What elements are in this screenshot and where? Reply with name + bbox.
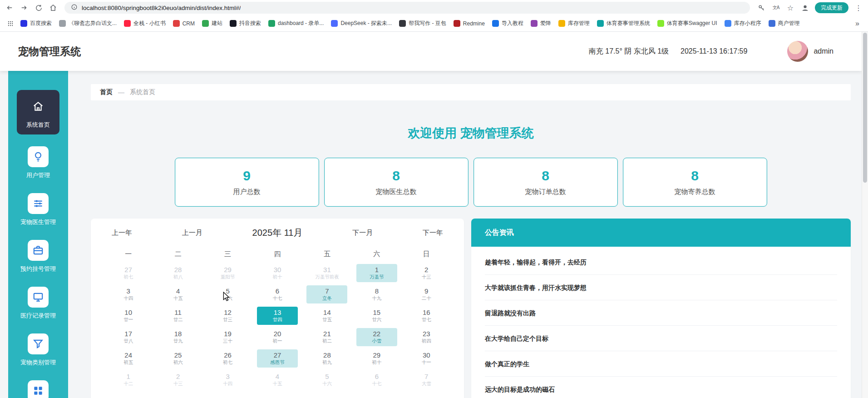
prev-month-button[interactable]: 上一月 — [182, 229, 202, 237]
update-button[interactable]: 完成更新 — [815, 2, 848, 13]
calendar-day[interactable]: 23 初四 — [406, 328, 447, 346]
day-number: 22 — [356, 330, 397, 338]
calendar-day[interactable]: 27 感恩节 — [257, 349, 298, 368]
calendar-day[interactable]: 20 初一 — [257, 328, 298, 346]
calendar-day[interactable]: 29 初十 — [356, 349, 397, 368]
reload-button[interactable] — [32, 1, 45, 15]
sidebar-item-more[interactable] — [28, 380, 49, 398]
sidebar-item-pet-doctor-management[interactable]: 宠物医生管理 — [20, 193, 56, 226]
bookmark-item[interactable]: 商户管理 — [765, 18, 803, 29]
day-number: 30 — [406, 351, 447, 359]
calendar-day[interactable]: 13 廿四 — [257, 307, 298, 325]
calendar-day[interactable]: 6 十七 — [356, 371, 397, 389]
calendar-day[interactable]: 2 十三 — [158, 371, 198, 389]
bookmark-item[interactable]: DeepSeek - 探索未... — [328, 18, 395, 29]
calendar-day[interactable]: 3 十四 — [108, 285, 149, 303]
announcement-item[interactable]: 大学就该抓住青春，用汗水实现梦想 — [485, 275, 837, 300]
bookmark-item[interactable]: 体育赛事Swagger UI — [654, 18, 720, 29]
page-scrollbar[interactable] — [862, 32, 868, 398]
profile-icon[interactable] — [798, 1, 812, 15]
announcement-item[interactable]: 在大学给自己定个目标 — [485, 326, 837, 351]
home-button[interactable] — [46, 1, 60, 15]
bookmark-item[interactable]: 全栈 - 小红书 — [121, 18, 169, 29]
calendar-day[interactable]: 3 十四 — [207, 371, 248, 389]
bookmark-item[interactable]: 导入教程 — [489, 18, 527, 29]
calendar-day[interactable]: 19 三十 — [207, 328, 248, 346]
sidebar-item-home[interactable]: 系统首页 — [17, 90, 59, 134]
calendar-day[interactable]: 17 廿八 — [108, 328, 149, 346]
bookmark-item[interactable]: 《聊斋志异白话文... — [56, 18, 120, 29]
calendar-day[interactable]: 21 初二 — [306, 328, 347, 346]
sidebar-item-user-management[interactable]: 用户管理 — [26, 146, 50, 179]
calendar-day[interactable]: 1 万圣节 — [356, 264, 397, 282]
sidebar-item-pet-category-management[interactable]: 宠物类别管理 — [20, 333, 56, 367]
calendar-day[interactable]: 2 十三 — [406, 264, 447, 282]
bookmark-item[interactable]: 抖音搜索 — [227, 18, 264, 29]
bookmark-item[interactable]: Redmine — [450, 19, 488, 28]
calendar-day[interactable]: 11 廿二 — [158, 307, 198, 325]
sidebar-item-appointment-management[interactable]: 预约挂号管理 — [20, 240, 56, 273]
calendar-day[interactable]: 12 廿三 — [207, 307, 248, 325]
bookmark-item[interactable]: 爱降 — [528, 18, 554, 29]
avatar[interactable] — [787, 41, 808, 62]
page-info-icon[interactable] — [71, 4, 78, 12]
calendar-day[interactable]: 4 十五 — [257, 371, 298, 389]
calendar-day[interactable]: 10 廿一 — [108, 307, 149, 325]
next-month-button[interactable]: 下一月 — [352, 229, 373, 237]
bookmark-item[interactable]: dashboard - 录单... — [265, 18, 327, 29]
next-year-button[interactable]: 下一年 — [423, 229, 443, 237]
calendar-day[interactable]: 30 十一 — [406, 349, 447, 368]
announcement-item[interactable]: 趁着年轻，输得起，看得开，去经历 — [485, 249, 837, 275]
bookmark-item[interactable]: 库存管理 — [555, 18, 593, 29]
back-button[interactable] — [3, 1, 16, 15]
sidebar-item-medical-record-management[interactable]: 医疗记录管理 — [20, 287, 56, 320]
calendar-day[interactable]: 27 初七 — [108, 264, 149, 282]
calendar-day[interactable]: 8 十九 — [356, 285, 397, 303]
announcement-item[interactable]: 留退路就没有出路 — [485, 300, 837, 326]
bookmark-label: 库存小程序 — [734, 20, 761, 27]
sidebar-item-label: 预约挂号管理 — [20, 265, 56, 273]
calendar-day[interactable]: 15 廿六 — [356, 307, 397, 325]
breadcrumb-home[interactable]: 首页 — [100, 88, 113, 96]
calendar-day[interactable]: 9 二十 — [406, 285, 447, 303]
prev-year-button[interactable]: 上一年 — [112, 229, 132, 237]
calendar-day[interactable]: 25 初六 — [158, 349, 198, 368]
bookmark-favicon — [20, 20, 27, 27]
forward-button[interactable] — [17, 1, 31, 15]
bookmark-item[interactable]: 体育赛事管理系统 — [594, 18, 653, 29]
announcement-item[interactable]: 做个真正的学生 — [485, 351, 837, 377]
calendar-day[interactable]: 5 十六 — [306, 371, 347, 389]
calendar-day[interactable]: 1 十二 — [108, 371, 149, 389]
bookmarks-overflow-chevron[interactable]: » — [851, 20, 863, 28]
calendar-day[interactable]: 24 初五 — [108, 349, 149, 368]
bookmark-star-icon[interactable]: ☆ — [784, 1, 797, 15]
calendar-day[interactable]: 29 重阳节 — [207, 264, 248, 282]
calendar-day[interactable]: 14 廿五 — [306, 307, 347, 325]
calendar-day[interactable]: 16 廿七 — [406, 307, 447, 325]
password-key-icon[interactable] — [755, 1, 768, 15]
bookmark-item[interactable]: 建站 — [199, 18, 226, 29]
calendar-day[interactable]: 4 十五 — [158, 285, 198, 303]
calendar-day[interactable]: 30 初十 — [257, 264, 298, 282]
apps-grid-icon[interactable] — [5, 18, 16, 30]
calendar-day[interactable]: 7 大雪 — [406, 371, 447, 389]
calendar-day[interactable]: 31 万圣节前夜 — [306, 264, 347, 282]
calendar-day[interactable]: 26 初七 — [207, 349, 248, 368]
bookmark-item[interactable]: 库存小程序 — [721, 18, 764, 29]
bookmark-item[interactable]: 百度搜索 — [17, 18, 55, 29]
calendar-day[interactable]: 28 初八 — [158, 264, 198, 282]
address-bar[interactable]: localhost:8080/springboot8k2i0euo/admin/… — [64, 2, 750, 14]
scrollbar-thumb[interactable] — [863, 33, 867, 183]
calendar-day[interactable]: 18 廿九 — [158, 328, 198, 346]
translate-icon[interactable]: 文A — [769, 1, 783, 15]
calendar-day[interactable]: 6 十七 — [257, 285, 298, 303]
menu-dots-icon[interactable]: ⋮ — [852, 1, 865, 15]
bookmark-item[interactable]: CRM — [170, 19, 198, 28]
calendar-day[interactable]: 28 初九 — [306, 349, 347, 368]
day-number: 16 — [406, 308, 447, 317]
calendar-day[interactable]: 22 小雪 — [356, 328, 397, 346]
bookmark-item[interactable]: 帮我写作 - 豆包 — [396, 18, 449, 29]
username[interactable]: admin — [814, 47, 833, 55]
announcement-item[interactable]: 远大的目标是成功的磁石 — [485, 377, 837, 398]
calendar-day[interactable]: 7 立冬 — [306, 285, 347, 303]
